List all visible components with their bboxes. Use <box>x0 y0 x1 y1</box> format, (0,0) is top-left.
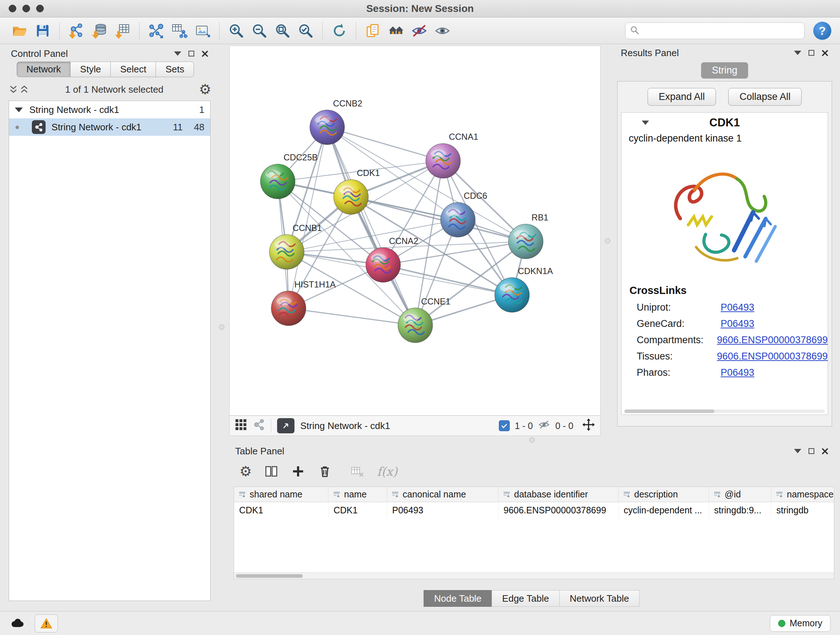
help-button[interactable]: ? <box>813 22 831 40</box>
cloud-status-icon[interactable] <box>9 617 25 630</box>
collection-expander-icon[interactable] <box>15 108 23 112</box>
tab-select[interactable]: Select <box>111 62 156 77</box>
splitter-handle[interactable] <box>529 437 535 443</box>
minimize-window-button[interactable] <box>22 5 30 12</box>
hide-annotations-button[interactable] <box>409 20 430 42</box>
new-network-from-selection-button[interactable] <box>145 20 167 42</box>
crosslink-link[interactable]: 9606.ENSP00000378699 <box>717 334 828 346</box>
expand-all-button[interactable]: Expand All <box>647 88 716 106</box>
tab-network[interactable]: Network <box>17 62 71 77</box>
network-edge[interactable] <box>327 127 443 161</box>
crosslink-link[interactable]: P06493 <box>721 302 754 313</box>
crosslink-link[interactable]: P06493 <box>721 367 754 378</box>
detach-view-button[interactable] <box>277 418 294 433</box>
zoom-in-button[interactable] <box>225 20 247 42</box>
search-input[interactable] <box>643 25 800 36</box>
tab-network-table[interactable]: Network Table <box>559 590 639 607</box>
collapse-all-button[interactable]: Collapse All <box>728 88 802 106</box>
column-header[interactable]: @id <box>709 487 771 502</box>
zoom-fit-button[interactable] <box>272 20 294 42</box>
table-row[interactable]: CDK1 CDK1 P06493 9606.ENSP00000378699 cy… <box>234 502 834 518</box>
collapse-all-networks-icon[interactable] <box>19 84 30 95</box>
network-edge[interactable] <box>289 309 415 325</box>
table-cell[interactable]: cyclin-dependent ... <box>618 502 709 518</box>
memory-button[interactable]: Memory <box>770 615 831 632</box>
import-network-file-button[interactable] <box>65 20 87 42</box>
network-edge[interactable] <box>383 265 512 295</box>
results-tab-string[interactable]: String <box>701 62 748 79</box>
panel-menu-icon[interactable] <box>794 51 801 55</box>
network-node[interactable] <box>441 203 475 237</box>
table-options-gear-icon[interactable]: ⚙ <box>240 464 252 478</box>
home-button[interactable] <box>385 20 407 42</box>
network-node[interactable] <box>495 278 530 312</box>
table-cell[interactable]: CDK1 <box>234 502 328 518</box>
network-node[interactable] <box>310 110 345 145</box>
zoom-selected-button[interactable] <box>295 20 317 42</box>
save-session-button[interactable] <box>32 20 54 42</box>
network-node[interactable] <box>508 224 543 259</box>
panel-menu-icon[interactable] <box>174 51 181 56</box>
splitter-handle[interactable] <box>219 325 224 330</box>
table-cell[interactable]: 9606.ENSP00000378699 <box>498 502 618 518</box>
hidden-items-icon[interactable] <box>538 419 550 432</box>
close-panel-icon[interactable] <box>202 50 208 57</box>
table-cell[interactable]: stringdb <box>771 502 834 518</box>
pan-mode-icon[interactable] <box>582 418 595 433</box>
scrollbar-thumb[interactable] <box>624 409 714 413</box>
crosslink-link[interactable]: P06493 <box>721 318 754 329</box>
network-node[interactable] <box>270 234 304 269</box>
network-canvas[interactable]: CCNB2CCNA1CDC25BCDK1CDC6RB1CCNB1CCNA2CDK… <box>229 46 600 416</box>
column-header[interactable]: name <box>328 487 387 502</box>
network-node[interactable] <box>426 143 461 178</box>
table-cell[interactable]: CDK1 <box>328 502 387 518</box>
panel-menu-icon[interactable] <box>794 449 801 453</box>
grid-view-icon[interactable] <box>235 418 247 433</box>
float-panel-icon[interactable] <box>808 50 814 56</box>
column-header[interactable]: database identifier <box>498 487 618 502</box>
network-options-gear-icon[interactable]: ⚙ <box>199 82 211 96</box>
network-node[interactable] <box>333 180 368 214</box>
publication-copy-button[interactable] <box>362 20 384 42</box>
zoom-window-button[interactable] <box>36 5 44 12</box>
table-horizontal-scrollbar[interactable] <box>234 572 834 579</box>
apply-layout-button[interactable] <box>328 20 350 42</box>
close-panel-icon[interactable] <box>821 50 829 57</box>
column-header[interactable]: canonical name <box>387 487 498 502</box>
network-share-icon[interactable] <box>253 418 265 433</box>
crosslink-link[interactable]: 9606.ENSP00000378699 <box>717 351 828 362</box>
column-header[interactable]: description <box>618 487 709 502</box>
network-row[interactable]: ● String Network - cdk1 11 48 <box>9 119 210 136</box>
selected-items-checkbox[interactable] <box>499 420 510 431</box>
results-horizontal-scrollbar[interactable] <box>624 409 825 413</box>
show-columns-icon[interactable] <box>264 464 279 478</box>
network-node[interactable] <box>271 291 306 326</box>
table-cell[interactable]: P06493 <box>387 502 498 518</box>
column-header[interactable]: namespace <box>771 487 834 502</box>
close-panel-icon[interactable] <box>821 448 829 455</box>
delete-column-icon[interactable] <box>317 464 332 478</box>
close-window-button[interactable] <box>9 5 16 12</box>
zoom-out-button[interactable] <box>248 20 270 42</box>
network-node[interactable] <box>261 164 295 199</box>
show-graphics-details-button[interactable] <box>431 20 453 42</box>
splitter-handle[interactable] <box>605 238 610 244</box>
import-network-database-button[interactable] <box>88 20 111 42</box>
tab-edge-table[interactable]: Edge Table <box>492 590 560 607</box>
tab-node-table[interactable]: Node Table <box>424 590 492 607</box>
table-cell[interactable]: stringdb:9... <box>709 502 771 518</box>
network-node[interactable] <box>366 248 401 282</box>
open-session-button[interactable] <box>9 20 30 42</box>
import-table-button[interactable] <box>112 20 134 42</box>
tab-sets[interactable]: Sets <box>156 62 194 77</box>
network-edge[interactable] <box>327 127 415 325</box>
scrollbar-thumb[interactable] <box>236 574 303 578</box>
network-node[interactable] <box>398 308 433 343</box>
section-expander-icon[interactable] <box>642 120 649 125</box>
float-panel-icon[interactable] <box>188 51 194 57</box>
expand-all-networks-icon[interactable] <box>8 84 19 95</box>
new-network-from-table-button[interactable] <box>169 20 190 42</box>
tab-style[interactable]: Style <box>70 62 111 77</box>
export-image-button[interactable] <box>192 20 213 42</box>
warnings-button[interactable] <box>35 614 58 632</box>
